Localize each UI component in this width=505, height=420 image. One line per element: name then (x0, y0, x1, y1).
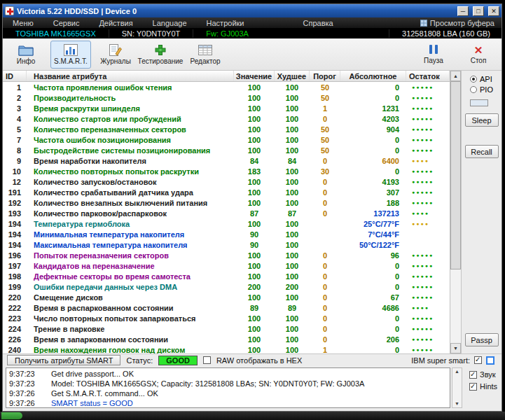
menu-item[interactable]: Настройки (197, 19, 254, 27)
table-row[interactable]: 192Количество внезапных выключений питан… (3, 197, 450, 208)
table-row[interactable]: 220Смещение дисков100100067●●●●● (3, 292, 450, 302)
table-row[interactable]: 240Время нахождения головок над диском10… (3, 344, 450, 354)
attr-id: 193 (3, 209, 27, 218)
table-row[interactable]: 199Ошибки передачи данных через DMA20020… (3, 281, 450, 292)
table-row[interactable]: 194Температура гермоблока10010025°C/77°F… (3, 218, 450, 229)
scroll-up-icon[interactable]: ▲ (450, 71, 461, 81)
table-row[interactable]: 2Производительность100100500●●●●● (3, 92, 450, 103)
sound-checkbox[interactable] (469, 371, 477, 379)
attr-value: 100 (234, 83, 275, 92)
raw-hex-checkbox[interactable] (203, 356, 211, 364)
col-header-raw[interactable]: Абсолютное (340, 71, 406, 81)
sound-checkbox-row[interactable]: Звук (469, 370, 499, 379)
table-row[interactable]: 226Время в запаркованном состоянии100100… (3, 334, 450, 344)
pio-radio[interactable] (470, 86, 477, 93)
attr-threshold: 0 (310, 314, 340, 323)
toolbar-button-testing[interactable]: Тестирование (140, 41, 181, 69)
table-row[interactable]: 196Попыток переназначения секторов100100… (3, 250, 450, 260)
attr-worst: 100 (275, 241, 310, 249)
taskbar[interactable] (0, 412, 505, 420)
table-row[interactable]: 8Быстродействие системы позиционирования… (3, 145, 450, 155)
toolbar-button-info[interactable]: Инфо (6, 41, 46, 69)
attr-id: 1 (3, 83, 27, 92)
menu-item-help[interactable]: Справка (293, 19, 343, 27)
toolbar-button-editor[interactable]: Редактор (185, 41, 226, 69)
title-bar[interactable]: Victoria 5.22 HDD/SSD | Device 0 ─ □ ✕ (3, 4, 501, 18)
col-header-name[interactable]: Название атрибута (27, 71, 234, 81)
log-line: 9:37:23Model: TOSHIBA MK1665GSX; Capacit… (9, 379, 447, 388)
attr-health-dots: ●●●●● (406, 260, 450, 271)
attr-value: 100 (234, 220, 275, 228)
scrollbar-track[interactable] (450, 81, 461, 343)
attr-raw: 1231 (340, 104, 406, 113)
close-icon[interactable]: ✕ (488, 6, 499, 16)
col-header-threshold[interactable]: Порог (310, 71, 340, 81)
log-scroll-down-icon[interactable]: ▼ (455, 401, 459, 407)
attr-raw: 904 (340, 125, 406, 134)
attr-id: 198 (3, 272, 27, 281)
table-row[interactable]: 3Время раскрутки шпинделя10010011231●●●●… (3, 103, 450, 113)
toolbar-button-smart[interactable]: S.M.A.R.T. (50, 41, 91, 69)
table-row[interactable]: 4Количество стартов или пробуждений10010… (3, 113, 450, 124)
log-scroll-up-icon[interactable]: ▲ (455, 369, 459, 374)
maximize-icon[interactable]: □ (473, 6, 484, 16)
attr-value: 100 (234, 293, 275, 302)
col-header-health[interactable]: Остаток (406, 71, 450, 81)
table-row[interactable]: 222Время в распаркованном состоянии89890… (3, 302, 450, 313)
status-badge: GOOD (158, 356, 198, 365)
table-row[interactable]: 9Время наработки накопителя848406400●●●● (3, 155, 450, 166)
toolbar-button-journals[interactable]: Журналы (95, 41, 136, 69)
table-row[interactable]: 198Дефектные секторы во время самотеста1… (3, 271, 450, 281)
pio-radio-row[interactable]: PIO (462, 85, 501, 94)
table-row[interactable]: 193Количество парковок/распарковок878701… (3, 208, 450, 218)
table-row[interactable]: 194Минимальная температура накопителя901… (3, 229, 450, 239)
table-row[interactable]: 10Количество повторных попыток раскрутки… (3, 166, 450, 176)
buffer-view-toggle[interactable]: Просмотр буфера (420, 19, 501, 27)
attr-id: 223 (3, 314, 27, 323)
attr-id: 4 (3, 115, 27, 123)
col-header-worst[interactable]: Худшее (275, 71, 310, 81)
ibm-color-box[interactable] (486, 356, 494, 365)
stop-button[interactable]: ✕ Стоп (458, 41, 499, 69)
ibm-smart-checkbox[interactable] (474, 356, 482, 364)
table-row[interactable]: 191Количество срабатываний датчика удара… (3, 187, 450, 197)
menu-item[interactable]: Действия (89, 19, 142, 27)
log-lines[interactable]: 9:37:23Get drive passport... OK9:37:23Mo… (6, 368, 450, 408)
start-button[interactable] (1, 412, 22, 419)
menu-item[interactable]: Сервис (43, 19, 90, 27)
col-header-id[interactable]: ID (3, 71, 27, 81)
attr-worst: 87 (275, 209, 310, 218)
api-radio-row[interactable]: API (462, 75, 501, 83)
get-smart-button[interactable]: Получить атрибуты SMART (7, 355, 120, 365)
attr-name: Количество запусков/остановок (27, 178, 234, 186)
menu-item[interactable]: Language (143, 19, 197, 27)
table-row[interactable]: 194Максимальная температура накопителя90… (3, 239, 450, 250)
col-header-value[interactable]: Значение (234, 71, 275, 81)
hints-checkbox[interactable] (469, 383, 477, 391)
minimize-icon[interactable]: ─ (457, 6, 469, 16)
attr-worst: 100 (275, 262, 310, 270)
table-row[interactable]: 223Число повторных попыток запарковаться… (3, 313, 450, 323)
api-radio[interactable] (470, 76, 477, 83)
attr-health-dots: ●●●●● (406, 134, 450, 145)
menu-item[interactable]: Меню (3, 19, 43, 27)
table-row[interactable]: 7Частота ошибок позиционирования10010050… (3, 134, 450, 145)
table-row[interactable]: 12Количество запусков/остановок100100041… (3, 176, 450, 187)
recall-button[interactable]: Recall (465, 145, 499, 158)
table-scrollbar[interactable]: ▲ ▼ (450, 71, 461, 354)
passp-button[interactable]: Passp (465, 333, 499, 346)
table-header[interactable]: ID Название атрибута Значение Худшее Пор… (3, 71, 450, 82)
ibm-smart-group: IBM super smart: (411, 356, 497, 365)
table-row[interactable]: 5Количество переназначенных секторов1001… (3, 124, 450, 134)
table-row[interactable]: 1Частота проявления ошибок чтения1001005… (3, 82, 450, 92)
hints-checkbox-row[interactable]: Hints (469, 382, 499, 391)
scrollbar-thumb[interactable] (450, 81, 461, 270)
pause-button[interactable]: Пауза (413, 41, 454, 69)
table-row[interactable]: 224Трение в парковке10010000●●●●● (3, 323, 450, 334)
attr-value: 90 (234, 241, 275, 249)
sleep-button[interactable]: Sleep (465, 113, 499, 127)
attr-worst: 100 (275, 346, 310, 354)
log-scrollbar[interactable]: ▲ ▼ (452, 368, 462, 408)
table-row[interactable]: 197Кандидатов на переназначение10010000●… (3, 260, 450, 271)
scroll-down-icon[interactable]: ▼ (450, 343, 461, 354)
